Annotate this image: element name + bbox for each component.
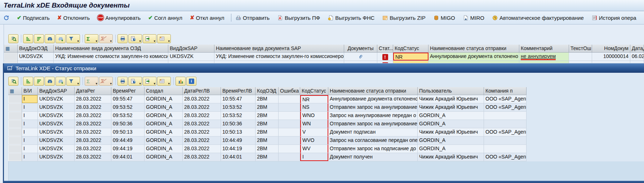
- row-selector[interactable]: [8, 95, 22, 103]
- sign-button[interactable]: ✔Подписать: [16, 14, 51, 22]
- views-button[interactable]: ▾: [128, 34, 142, 43]
- detail-button[interactable]: [8, 34, 18, 43]
- sort-asc-button[interactable]: [23, 77, 33, 86]
- cell-viddok-sap: UKDSVZK: [38, 112, 75, 120]
- auto-invoicing-button[interactable]: Автоматическое фактурирование: [491, 14, 585, 22]
- cell-status-icon[interactable]: !: [377, 53, 393, 61]
- miro-button[interactable]: MIRO: [462, 14, 485, 22]
- export-fns-button[interactable]: Выгрузить ФНС: [327, 14, 376, 22]
- row-selector[interactable]: [8, 145, 22, 153]
- row-selector[interactable]: [8, 103, 22, 111]
- column-header[interactable]: Документы: [344, 45, 377, 53]
- row-selector[interactable]: [8, 137, 22, 144]
- column-header[interactable]: НомДокум: [592, 45, 630, 53]
- cross-icon: ✘: [190, 14, 195, 21]
- refresh-button[interactable]: [2, 14, 10, 22]
- column-header[interactable]: ТекстОш: [569, 45, 592, 53]
- binoculars-plus-icon: [58, 36, 64, 42]
- row-selector[interactable]: [8, 120, 22, 128]
- find-next-button[interactable]: [55, 34, 66, 43]
- column-header[interactable]: ДатаД: [630, 45, 644, 53]
- info-button[interactable]: i: [186, 77, 196, 86]
- comment-link[interactable]: не аннулируем: [521, 53, 556, 60]
- migo-button[interactable]: MIGO: [432, 14, 456, 22]
- column-header[interactable]: Наименование статуса отправки: [428, 45, 519, 53]
- column-header[interactable]: КодОЭД: [256, 87, 279, 95]
- column-header[interactable]: ВидДокSAP: [38, 87, 75, 95]
- table-row[interactable]: I UKDSVZK 28.03.2022 09:50:36 GORDIN_A 2…: [8, 120, 527, 128]
- row-selector[interactable]: [4, 53, 18, 61]
- cell-documents[interactable]: [344, 53, 377, 61]
- send-button[interactable]: Отправить: [234, 14, 271, 22]
- column-header[interactable]: Пользователь: [418, 87, 484, 95]
- filter-button[interactable]: ▾: [66, 77, 80, 86]
- cell-status-code[interactable]: NR: [393, 53, 428, 61]
- history-button[interactable]: История опера: [590, 14, 638, 22]
- column-header[interactable]: ДатаРег: [75, 87, 111, 95]
- export-zip-button[interactable]: Выгрузить ZIP: [381, 14, 426, 22]
- filter-button[interactable]: ▾: [66, 34, 80, 43]
- views-button[interactable]: ▾: [128, 77, 142, 86]
- cell-status-name: Отправлен запрос на аннулирование: [328, 103, 418, 111]
- select-all-button[interactable]: ▦: [8, 87, 22, 95]
- layout-button[interactable]: ▾: [157, 34, 171, 43]
- layout-button[interactable]: ▾: [157, 77, 171, 86]
- agree-annul-button[interactable]: ✔Согл аннул: [147, 14, 183, 22]
- cell-status-name: Отправлен запрос на аннулирование: [328, 120, 418, 128]
- table-row[interactable]: I UKDSVZK 28.03.2022 09:44:49 GORDIN_A 2…: [8, 137, 527, 145]
- column-header[interactable]: Стат...: [377, 45, 393, 53]
- export-button[interactable]: ▾: [143, 34, 156, 43]
- export-pf-button[interactable]: Выгрузить ПФ: [276, 14, 321, 22]
- subtotal-button[interactable]: Σ▾: [99, 77, 113, 86]
- table-row[interactable]: I UKDSVZK 28.03.2022 09:50:13 GORDIN_A 2…: [8, 128, 527, 137]
- sort-desc-button[interactable]: [34, 77, 44, 86]
- cell-created-by: GORDIN_A: [145, 153, 183, 161]
- cell-name-oed: УКД: Изменение стоимости закуплен-го ком…: [54, 53, 168, 61]
- sort-asc-button[interactable]: [23, 34, 33, 43]
- sum-button[interactable]: Σ▾: [85, 77, 98, 86]
- column-header[interactable]: КодСтатус: [393, 45, 428, 53]
- column-header[interactable]: Наименование вида документа SAP: [214, 45, 344, 53]
- find-button[interactable]: [45, 34, 55, 43]
- detail-button[interactable]: [8, 77, 18, 86]
- row-selector[interactable]: [8, 112, 22, 120]
- subtotal-button[interactable]: Σ▾: [99, 34, 113, 43]
- column-header[interactable]: ВидДокОЭД: [18, 45, 54, 53]
- select-all-button[interactable]: ▦: [4, 45, 18, 53]
- annul-button[interactable]: STOPАннулировать: [96, 14, 142, 22]
- column-header[interactable]: Комментарий: [519, 45, 569, 53]
- cell-kod-oed: 2BM: [256, 103, 279, 111]
- column-header[interactable]: В/И: [22, 87, 38, 95]
- column-header[interactable]: Ошибка: [279, 87, 300, 95]
- column-header[interactable]: КодСтатус: [300, 87, 328, 95]
- find-next-button[interactable]: [55, 77, 66, 86]
- table-row[interactable]: I UKDSVZK 28.03.2022 09:44:01 GORDIN_A 2…: [8, 153, 527, 161]
- column-header[interactable]: ВидДокSAP: [168, 45, 214, 53]
- column-header[interactable]: ДатаРегЛВ: [183, 87, 221, 95]
- sort-desc-button[interactable]: [34, 34, 44, 43]
- table-row[interactable]: I UKDSVZK 28.03.2022 09:44:19 GORDIN_A 2…: [8, 145, 527, 153]
- export-button[interactable]: ▾: [143, 77, 156, 86]
- decline-annul-button[interactable]: ✘Откл аннул: [189, 14, 226, 22]
- sum-button[interactable]: Σ▾: [85, 34, 98, 43]
- column-header[interactable]: Компания п: [484, 87, 527, 95]
- find-button[interactable]: [45, 77, 55, 86]
- column-header[interactable]: Наименование вида документа ОЭД: [54, 45, 168, 53]
- reject-button[interactable]: ✘Отклонить: [56, 14, 91, 22]
- chart-button[interactable]: [176, 77, 186, 86]
- table-row[interactable]: I UKDSVZK 28.03.2022 09:53:52 GORDIN_A 2…: [8, 103, 527, 112]
- row-selector[interactable]: [8, 153, 22, 161]
- table-select-icon: ▦: [10, 88, 14, 94]
- column-header[interactable]: Наименование статуса отправки: [328, 87, 418, 95]
- table-row[interactable]: I UKDSVZK 28.03.2022 09:55:47 GORDIN_A 2…: [8, 95, 527, 103]
- row-selector[interactable]: [8, 128, 22, 136]
- table-row[interactable]: UKDSVZK УКД: Изменение стоимости закупле…: [4, 53, 644, 61]
- print-button[interactable]: [117, 77, 128, 86]
- table-row[interactable]: I UKDSVZK 28.03.2022 09:53:52 GORDIN_A 2…: [8, 112, 527, 120]
- print-button[interactable]: [117, 34, 128, 43]
- dropdown-arrow-icon: ▾: [110, 40, 112, 43]
- detail-icon: [10, 78, 17, 84]
- column-header[interactable]: Создал: [145, 87, 183, 95]
- column-header[interactable]: ВремяРегЛВ: [221, 87, 256, 95]
- column-header[interactable]: ВремяРег: [111, 87, 145, 95]
